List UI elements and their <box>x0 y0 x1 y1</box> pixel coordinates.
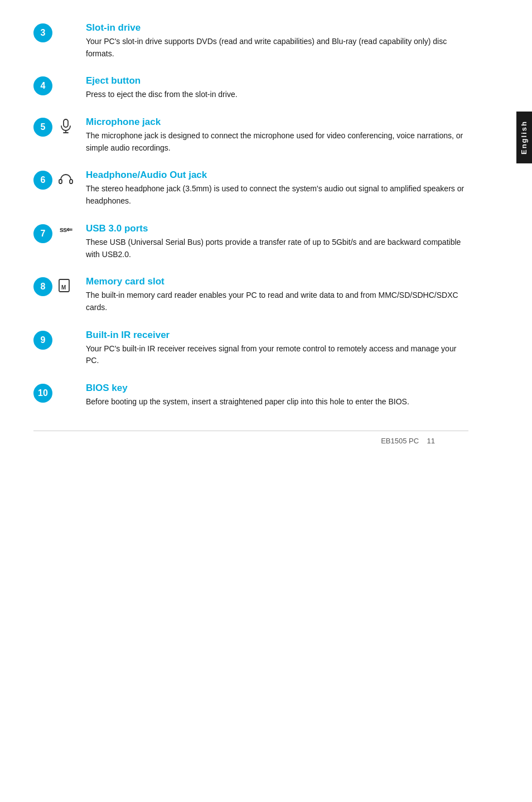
item-title-3: Slot-in drive <box>86 22 468 33</box>
item-text-3: Slot-in driveYour PC's slot-in drive sup… <box>86 22 468 60</box>
item-title-4: Eject button <box>86 75 468 86</box>
item-row-6: 6 Headphone/Audio Out jackThe stereo hea… <box>33 170 468 207</box>
item-desc-3: Your PC's slot-in drive supports DVDs (r… <box>86 36 468 60</box>
item-icon-6 <box>56 170 76 185</box>
item-title-5: Microphone jack <box>86 117 468 128</box>
item-text-6: Headphone/Audio Out jackThe stereo headp… <box>86 170 468 207</box>
item-row-3: 3Slot-in driveYour PC's slot-in drive su… <box>33 22 468 60</box>
item-row-8: 8 M Memory card slotThe built-in memory … <box>33 276 468 313</box>
item-row-4: 4Eject buttonPress to eject the disc fro… <box>33 75 468 101</box>
item-text-4: Eject buttonPress to eject the disc from… <box>86 75 468 101</box>
item-text-9: Built-in IR receiverYour PC's built-in I… <box>86 330 468 367</box>
item-row-7: 7ss⇐USB 3.0 portsThese USB (Universal Se… <box>33 223 468 260</box>
item-number-10: 10 <box>33 384 52 403</box>
item-text-5: Microphone jackThe microphone jack is de… <box>86 117 468 154</box>
item-title-6: Headphone/Audio Out jack <box>86 170 468 181</box>
item-icon-5 <box>56 117 76 133</box>
footer-page: 11 <box>427 437 435 445</box>
svg-rect-3 <box>59 180 62 183</box>
main-content: 3Slot-in driveYour PC's slot-in drive su… <box>0 0 502 479</box>
item-desc-10: Before booting up the system, insert a s… <box>86 396 468 408</box>
item-number-3: 3 <box>33 23 52 42</box>
footer: EB1505 PC 11 <box>33 431 468 445</box>
item-desc-5: The microphone jack is designed to conne… <box>86 130 468 154</box>
sidebar-language-tab: English <box>516 112 532 163</box>
item-icon-7: ss⇐ <box>56 223 76 234</box>
item-number-6: 6 <box>33 171 52 190</box>
item-number-7: 7 <box>33 224 52 243</box>
item-row-9: 9Built-in IR receiverYour PC's built-in … <box>33 330 468 367</box>
item-number-5: 5 <box>33 118 52 137</box>
item-desc-6: The stereo headphone jack (3.5mm) is use… <box>86 183 468 207</box>
item-desc-4: Press to eject the disc from the slot-in… <box>86 89 468 101</box>
svg-text:M: M <box>61 284 66 291</box>
item-title-9: Built-in IR receiver <box>86 330 468 341</box>
svg-rect-4 <box>70 180 72 183</box>
item-title-10: BIOS key <box>86 383 468 394</box>
item-number-9: 9 <box>33 331 52 350</box>
item-title-8: Memory card slot <box>86 276 468 287</box>
footer-model: EB1505 PC <box>381 437 419 445</box>
item-text-10: BIOS keyBefore booting up the system, in… <box>86 383 468 408</box>
item-desc-8: The built-in memory card reader enables … <box>86 289 468 313</box>
item-title-7: USB 3.0 ports <box>86 223 468 234</box>
item-number-8: 8 <box>33 277 52 296</box>
items-container: 3Slot-in driveYour PC's slot-in drive su… <box>33 22 468 408</box>
item-row-5: 5 Microphone jackThe microphone jack is … <box>33 117 468 154</box>
item-icon-8: M <box>56 276 76 293</box>
svg-rect-0 <box>64 119 68 127</box>
item-row-10: 10BIOS keyBefore booting up the system, … <box>33 383 468 408</box>
item-text-7: USB 3.0 portsThese USB (Universal Serial… <box>86 223 468 260</box>
item-number-4: 4 <box>33 76 52 95</box>
item-desc-7: These USB (Universal Serial Bus) ports p… <box>86 236 468 260</box>
item-desc-9: Your PC's built-in IR receiver receives … <box>86 343 468 367</box>
item-text-8: Memory card slotThe built-in memory card… <box>86 276 468 313</box>
